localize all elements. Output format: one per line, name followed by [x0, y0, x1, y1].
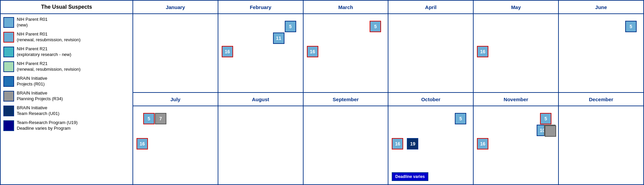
cell-september — [304, 106, 389, 184]
cell-april — [388, 14, 474, 92]
label-u19: Team-Research Program (U19)Deadline vari… — [17, 120, 77, 131]
badge-nov-10b — [544, 125, 555, 136]
header-may: May — [474, 1, 559, 13]
badge-oct-19: 19 — [407, 138, 418, 149]
header-october: October — [388, 93, 474, 106]
label-brain-r34: BRAIN InitiativePlanning Projects (R34) — [17, 90, 63, 102]
badge-jul-16: 16 — [137, 138, 148, 149]
swatch-r21-new — [3, 47, 14, 57]
swatch-r21-renewal — [3, 61, 14, 72]
header-august: August — [218, 93, 304, 106]
badge-jul-7: 7 — [155, 113, 166, 124]
first-half-body: 5 11 16 5 16 16 5 — [133, 14, 643, 92]
legend-item-brain-u01: BRAIN InitiativeTeam Research (U01) — [3, 104, 130, 118]
badge-oct-16: 16 — [392, 138, 403, 149]
cell-january — [133, 14, 218, 92]
legend-item-brain-r34: BRAIN InitiativePlanning Projects (R34) — [3, 89, 130, 103]
label-r21-new: NIH Parent R21(exploratory research - ne… — [17, 46, 71, 58]
header-february: February — [218, 1, 304, 13]
swatch-brain-r01 — [3, 76, 14, 87]
cell-february: 5 11 16 — [218, 14, 304, 92]
second-half-header: July August September October November D… — [133, 93, 643, 106]
header-july: July — [133, 93, 218, 106]
badge-mar-5: 5 — [370, 21, 381, 32]
header-march: March — [304, 1, 389, 13]
label-brain-r01: BRAIN InitiativeProjects (R01) — [17, 76, 47, 87]
badge-nov-16: 16 — [477, 138, 488, 149]
main-container: The Usual Suspects NIH Parent R01(new) N… — [0, 0, 644, 185]
label-r21-renewal: NIH Parent R21(renewal, resubmission, re… — [17, 61, 80, 72]
badge-jul-5: 5 — [143, 113, 155, 124]
badge-deadline-varies: Deadline varies — [392, 172, 428, 181]
label-r01-renewal: NIH Parent R01(renewal, resubmission, re… — [17, 32, 80, 43]
label-r01-new: NIH Parent R01(new) — [17, 17, 48, 28]
badge-mar-16: 16 — [307, 46, 318, 57]
header-december: December — [559, 93, 643, 106]
cell-december — [559, 106, 643, 184]
legend-panel: The Usual Suspects NIH Parent R01(new) N… — [1, 1, 133, 184]
legend-items: NIH Parent R01(new) NIH Parent R01(renew… — [1, 14, 132, 184]
label-brain-u01: BRAIN InitiativeTeam Research (U01) — [17, 105, 59, 117]
legend-item-brain-r01: BRAIN InitiativeProjects (R01) — [3, 74, 130, 88]
cell-august — [218, 106, 304, 184]
legend-item-r21-new: NIH Parent R21(exploratory research - ne… — [3, 45, 130, 59]
legend-item-r01-new: NIH Parent R01(new) — [3, 15, 130, 29]
cell-june: 5 — [559, 14, 643, 92]
badge-oct-5: 5 — [455, 113, 466, 124]
swatch-brain-u01 — [3, 106, 14, 116]
header-april: April — [388, 1, 474, 13]
legend-item-u19: Team-Research Program (U19)Deadline vari… — [3, 119, 130, 133]
badge-may-16: 16 — [477, 46, 488, 57]
badge-feb-5: 5 — [285, 21, 296, 32]
swatch-u19 — [3, 120, 14, 131]
cell-may: 16 — [474, 14, 559, 92]
cell-march: 5 16 — [304, 14, 389, 92]
calendar-panel: January February March April May June 5 … — [133, 1, 643, 184]
cell-october: 5 16 19 Deadline varies — [388, 106, 474, 184]
second-half-body: 5 7 16 5 16 19 Deadline varies 5 — [133, 106, 643, 184]
second-half: July August September October November D… — [133, 93, 643, 184]
legend-title: The Usual Suspects — [1, 1, 132, 14]
cell-november: 5 10 16 — [474, 106, 559, 184]
badge-feb-16: 16 — [222, 46, 233, 57]
header-november: November — [474, 93, 559, 106]
header-january: January — [133, 1, 218, 13]
first-half-header: January February March April May June — [133, 1, 643, 14]
cell-july: 5 7 16 — [133, 106, 218, 184]
header-september: September — [304, 93, 389, 106]
header-june: June — [559, 1, 643, 13]
legend-item-r21-renewal: NIH Parent R21(renewal, resubmission, re… — [3, 60, 130, 74]
badge-feb-11: 11 — [273, 33, 284, 44]
swatch-brain-r34 — [3, 91, 14, 102]
badge-nov-5: 5 — [540, 113, 551, 124]
first-half: January February March April May June 5 … — [133, 1, 643, 93]
badge-jun-5: 5 — [625, 21, 637, 32]
swatch-r01-renewal — [3, 32, 14, 43]
legend-item-r01-renewal: NIH Parent R01(renewal, resubmission, re… — [3, 30, 130, 44]
swatch-r01-new — [3, 17, 14, 28]
